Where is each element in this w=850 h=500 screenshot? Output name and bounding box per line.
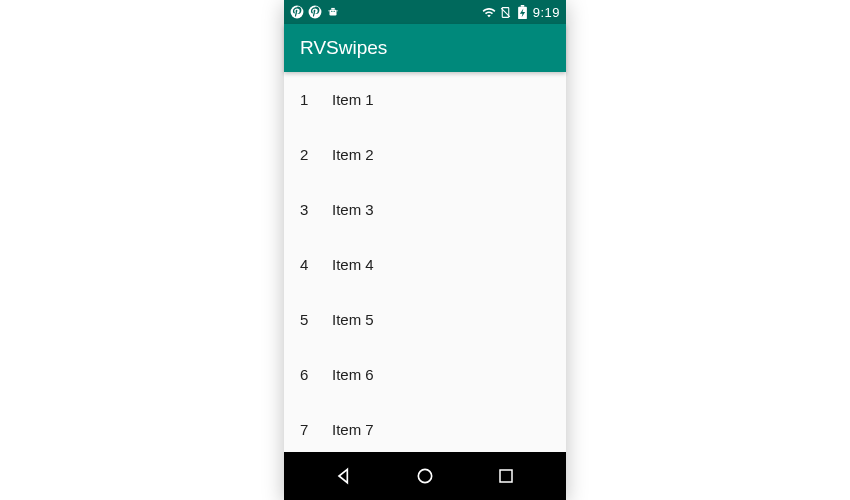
status-left-icons	[290, 5, 340, 19]
status-bar: 9:19	[284, 0, 566, 24]
item-label: Item 7	[332, 421, 550, 438]
item-label: Item 1	[332, 91, 550, 108]
home-button[interactable]	[395, 452, 455, 500]
list-item[interactable]: 7 Item 7	[284, 402, 566, 452]
navigation-bar	[284, 452, 566, 500]
status-right-icons: 9:19	[482, 5, 560, 20]
list-item[interactable]: 2 Item 2	[284, 127, 566, 182]
pinterest-icon	[290, 5, 304, 19]
clock-text: 9:19	[533, 5, 560, 20]
svg-point-4	[331, 11, 332, 12]
list-item[interactable]: 5 Item 5	[284, 292, 566, 347]
svg-rect-2	[330, 10, 337, 16]
svg-rect-11	[521, 5, 525, 7]
list-item[interactable]: 1 Item 1	[284, 72, 566, 127]
item-label: Item 4	[332, 256, 550, 273]
item-label: Item 6	[332, 366, 550, 383]
list-item[interactable]: 4 Item 4	[284, 237, 566, 292]
svg-rect-3	[331, 8, 335, 10]
wifi-icon	[482, 5, 496, 19]
item-number: 7	[300, 421, 332, 438]
phone-frame: 9:19 RVSwipes 1 Item 1 2 Item 2 3 Item 3…	[284, 0, 566, 500]
item-label: Item 2	[332, 146, 550, 163]
back-button[interactable]	[314, 452, 374, 500]
item-number: 5	[300, 311, 332, 328]
battery-charging-icon	[516, 5, 530, 19]
app-title: RVSwipes	[300, 37, 387, 59]
list-container[interactable]: 1 Item 1 2 Item 2 3 Item 3 4 Item 4 5 It…	[284, 72, 566, 452]
item-number: 6	[300, 366, 332, 383]
svg-rect-13	[500, 470, 512, 482]
list-item[interactable]: 6 Item 6	[284, 347, 566, 402]
item-number: 3	[300, 201, 332, 218]
item-label: Item 3	[332, 201, 550, 218]
svg-point-5	[334, 11, 335, 12]
no-sim-icon	[499, 5, 513, 19]
app-bar: RVSwipes	[284, 24, 566, 72]
item-number: 2	[300, 146, 332, 163]
svg-point-12	[418, 469, 431, 482]
list-item[interactable]: 3 Item 3	[284, 182, 566, 237]
pinterest-icon	[308, 5, 322, 19]
item-number: 1	[300, 91, 332, 108]
item-label: Item 5	[332, 311, 550, 328]
item-number: 4	[300, 256, 332, 273]
recent-apps-button[interactable]	[476, 452, 536, 500]
android-debug-icon	[326, 5, 340, 19]
